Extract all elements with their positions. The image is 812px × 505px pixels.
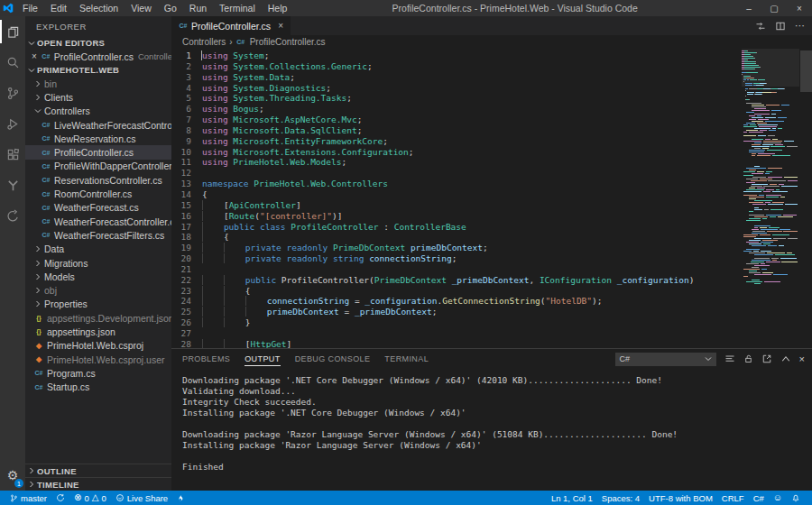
maximize-button[interactable]: ▢ bbox=[761, 0, 787, 16]
code-line-4[interactable]: 4using System.Diagnostics; bbox=[171, 83, 740, 94]
open-editor-item[interactable]: × C# ProfileController.cs Controllers bbox=[25, 50, 171, 63]
code-line-14[interactable]: 14{ bbox=[171, 189, 740, 200]
code-line-16[interactable]: 16 [Route("[controller]")] bbox=[171, 211, 740, 222]
code-line-19[interactable]: 19 private readonly PrimeDbContext prime… bbox=[171, 243, 740, 253]
code-line-8[interactable]: 8using Microsoft.Data.SqlClient; bbox=[171, 125, 740, 136]
menu-selection[interactable]: Selection bbox=[73, 0, 125, 16]
search-icon[interactable] bbox=[0, 47, 25, 78]
tree-folder-migrations[interactable]: Migrations bbox=[25, 256, 171, 270]
code-line-28[interactable]: 28 [HttpGet] bbox=[171, 339, 740, 348]
tree-file-weatherforecastcontroller-cs[interactable]: C#WeatherForecastController.cs bbox=[25, 215, 171, 228]
code-line-18[interactable]: 18 { bbox=[171, 232, 740, 243]
azure-icon[interactable] bbox=[0, 170, 25, 200]
code-line-21[interactable]: 21 bbox=[171, 264, 740, 275]
menu-terminal[interactable]: Terminal bbox=[213, 0, 262, 16]
code-line-1[interactable]: 1using System; bbox=[171, 50, 740, 61]
tree-folder-data[interactable]: Data bbox=[25, 243, 171, 256]
tree-folder-controllers[interactable]: Controllers bbox=[25, 105, 171, 118]
code-line-12[interactable]: 12 bbox=[171, 168, 740, 179]
code-line-24[interactable]: 24 connectionString = _configuration.Get… bbox=[171, 296, 740, 307]
notifications-bell-icon[interactable] bbox=[787, 491, 805, 505]
code-line-22[interactable]: 22 public ProfileController(PrimeDbConte… bbox=[171, 275, 740, 286]
live-share-icon[interactable] bbox=[0, 200, 25, 231]
tree-file-roomcontroller-cs[interactable]: C#RoomController.cs bbox=[25, 187, 171, 200]
tree-file-reservationscontroller-cs[interactable]: C#ReservationsController.cs bbox=[25, 173, 171, 187]
manage-gear-icon[interactable]: ⚙1 bbox=[0, 460, 25, 491]
close-editor-icon[interactable]: × bbox=[32, 51, 37, 61]
workspace-root-header[interactable]: PRIMEHOTEL.WEB bbox=[25, 63, 171, 77]
code-line-26[interactable]: 26 } bbox=[171, 317, 740, 328]
menu-help[interactable]: Help bbox=[262, 0, 294, 16]
code-line-25[interactable]: 25 primeDbContext = _primeDbContext; bbox=[171, 307, 740, 317]
code-line-15[interactable]: 15 [ApiController] bbox=[171, 200, 740, 211]
menu-edit[interactable]: Edit bbox=[44, 0, 73, 16]
more-actions-icon[interactable]: ⋯ bbox=[795, 20, 805, 32]
outline-section-header[interactable]: OUTLINE bbox=[25, 464, 171, 477]
tree-file-profilewithdappercontroller-cs[interactable]: C#ProfileWithDapperController.cs bbox=[25, 160, 171, 173]
extensions-icon[interactable] bbox=[0, 139, 25, 170]
source-control-icon[interactable] bbox=[0, 78, 25, 108]
tree-file-liveweatherforecastcontroller-cs[interactable]: C#LiveWeatherForecastController.cs bbox=[25, 118, 171, 132]
menu-run[interactable]: Run bbox=[183, 0, 213, 16]
tree-file-primehotel-web-csproj[interactable]: ◆PrimeHotel.Web.csproj bbox=[25, 339, 171, 353]
tree-folder-bin[interactable]: bin bbox=[25, 77, 171, 90]
close-tab-icon[interactable]: × bbox=[278, 21, 283, 31]
tree-file-newreservation-cs[interactable]: C#NewReservation.cs bbox=[25, 132, 171, 145]
code-line-7[interactable]: 7using Microsoft.AspNetCore.Mvc; bbox=[171, 115, 740, 125]
tree-folder-models[interactable]: Models bbox=[25, 270, 171, 283]
code-line-9[interactable]: 9using Microsoft.EntityFrameworkCore; bbox=[171, 136, 740, 147]
tree-file-primehotel-web-csproj-user[interactable]: ◆PrimeHotel.Web.csproj.user bbox=[25, 353, 171, 366]
code-line-11[interactable]: 11using PrimeHotel.Web.Models; bbox=[171, 157, 740, 168]
panel-tab-debug-console[interactable]: DEBUG CONSOLE bbox=[295, 349, 371, 369]
code-line-13[interactable]: 13namespace PrimeHotel.Web.Controllers bbox=[171, 179, 740, 189]
tree-folder-properties[interactable]: Properties bbox=[25, 298, 171, 311]
live-share-button[interactable]: Live Share bbox=[111, 491, 172, 505]
feedback-smiley-icon[interactable]: ☺ bbox=[769, 491, 787, 505]
close-panel-icon[interactable]: × bbox=[799, 354, 805, 364]
split-editor-icon[interactable] bbox=[775, 21, 786, 32]
tree-file-appsettings-development-json[interactable]: {}appsettings.Development.json bbox=[25, 311, 171, 325]
breadcrumb[interactable]: Controllers › C# ProfileController.cs bbox=[171, 35, 812, 49]
explorer-icon[interactable] bbox=[0, 16, 25, 47]
minimap[interactable] bbox=[742, 50, 799, 285]
code-line-27[interactable]: 27 bbox=[171, 328, 740, 339]
output-channel-select[interactable]: C# bbox=[615, 353, 716, 366]
clear-output-icon[interactable] bbox=[724, 354, 735, 364]
code-line-17[interactable]: 17 public class ProfileController : Cont… bbox=[171, 222, 740, 233]
problems-indicator[interactable]: ⊗ 0 △ 0 bbox=[69, 491, 111, 505]
code-line-10[interactable]: 10using Microsoft.Extensions.Configurati… bbox=[171, 147, 740, 158]
output-log[interactable]: Downloading package '.NET Core Debugger … bbox=[171, 369, 812, 491]
editor-scrollbar[interactable] bbox=[800, 50, 812, 92]
code-line-6[interactable]: 6using Bogus; bbox=[171, 104, 740, 115]
code-line-20[interactable]: 20 private readonly string connectionStr… bbox=[171, 253, 740, 264]
minimize-button[interactable]: – bbox=[736, 0, 761, 16]
eol-setting[interactable]: CRLF bbox=[717, 491, 749, 505]
flame-icon[interactable] bbox=[172, 491, 189, 505]
timeline-section-header[interactable]: TIMELINE bbox=[25, 477, 171, 491]
code-line-3[interactable]: 3using System.Data; bbox=[171, 72, 740, 83]
tab-profilecontroller[interactable]: C# ProfileController.cs × bbox=[171, 16, 291, 35]
open-editors-header[interactable]: OPEN EDITORS bbox=[25, 36, 171, 50]
tree-file-startup-cs[interactable]: C#Startup.cs bbox=[25, 381, 171, 394]
sync-button[interactable] bbox=[51, 491, 69, 505]
tree-file-appsettings-json[interactable]: {}appsettings.json bbox=[25, 325, 171, 338]
language-mode[interactable]: C# bbox=[749, 491, 769, 505]
panel-tab-problems[interactable]: PROBLEMS bbox=[182, 349, 230, 369]
tree-file-profilecontroller-cs[interactable]: C#ProfileController.cs bbox=[25, 145, 171, 159]
cursor-position[interactable]: Ln 1, Col 1 bbox=[547, 491, 597, 505]
encoding-setting[interactable]: UTF-8 with BOM bbox=[644, 491, 717, 505]
menu-view[interactable]: View bbox=[125, 0, 158, 16]
maximize-panel-icon[interactable] bbox=[780, 354, 791, 364]
tree-file-weatherforecast-cs[interactable]: C#WeatherForecast.cs bbox=[25, 201, 171, 215]
menu-go[interactable]: Go bbox=[158, 0, 183, 16]
panel-tab-terminal[interactable]: TERMINAL bbox=[384, 349, 429, 369]
branch-indicator[interactable]: master bbox=[5, 491, 51, 505]
tree-folder-clients[interactable]: Clients bbox=[25, 90, 171, 104]
open-changes-icon[interactable] bbox=[755, 21, 766, 32]
open-output-in-editor-icon[interactable] bbox=[761, 354, 772, 364]
code-line-2[interactable]: 2using System.Collections.Generic; bbox=[171, 61, 740, 72]
menu-file[interactable]: File bbox=[16, 0, 44, 16]
code-line-23[interactable]: 23 { bbox=[171, 286, 740, 297]
lock-scroll-icon[interactable] bbox=[743, 354, 753, 364]
panel-tab-output[interactable]: OUTPUT bbox=[245, 349, 280, 369]
